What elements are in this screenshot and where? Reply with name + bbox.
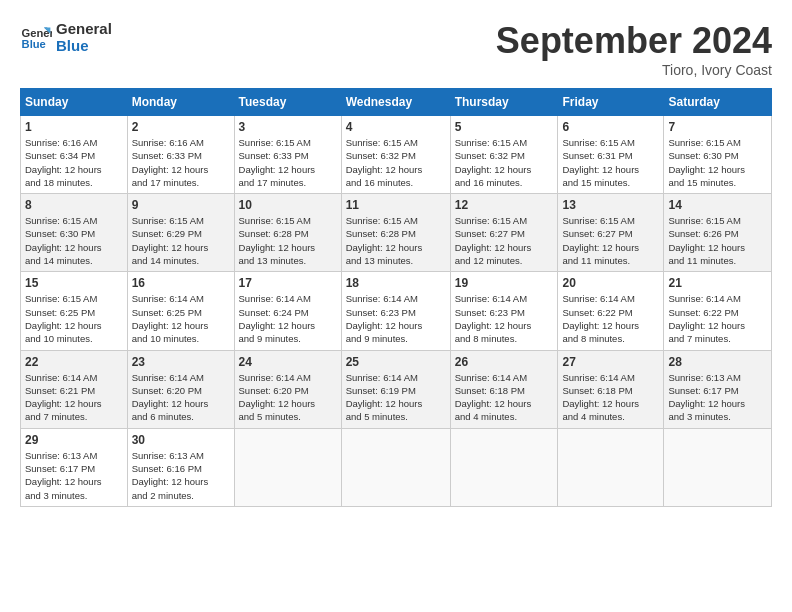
day-info: Sunrise: 6:15 AMSunset: 6:27 PMDaylight:… [455, 214, 554, 267]
calendar-cell [341, 428, 450, 506]
calendar-cell: 5 Sunrise: 6:15 AMSunset: 6:32 PMDayligh… [450, 116, 558, 194]
day-info: Sunrise: 6:14 AMSunset: 6:22 PMDaylight:… [562, 292, 659, 345]
day-number: 8 [25, 198, 123, 212]
day-number: 3 [239, 120, 337, 134]
calendar-cell: 27 Sunrise: 6:14 AMSunset: 6:18 PMDaylig… [558, 350, 664, 428]
calendar-cell: 7 Sunrise: 6:15 AMSunset: 6:30 PMDayligh… [664, 116, 772, 194]
calendar-cell: 17 Sunrise: 6:14 AMSunset: 6:24 PMDaylig… [234, 272, 341, 350]
calendar-cell: 30 Sunrise: 6:13 AMSunset: 6:16 PMDaylig… [127, 428, 234, 506]
calendar-cell: 28 Sunrise: 6:13 AMSunset: 6:17 PMDaylig… [664, 350, 772, 428]
calendar-cell: 8 Sunrise: 6:15 AMSunset: 6:30 PMDayligh… [21, 194, 128, 272]
day-number: 5 [455, 120, 554, 134]
day-info: Sunrise: 6:14 AMSunset: 6:23 PMDaylight:… [455, 292, 554, 345]
col-header-friday: Friday [558, 89, 664, 116]
calendar-cell: 6 Sunrise: 6:15 AMSunset: 6:31 PMDayligh… [558, 116, 664, 194]
day-info: Sunrise: 6:15 AMSunset: 6:33 PMDaylight:… [239, 136, 337, 189]
calendar-cell: 19 Sunrise: 6:14 AMSunset: 6:23 PMDaylig… [450, 272, 558, 350]
day-info: Sunrise: 6:14 AMSunset: 6:18 PMDaylight:… [562, 371, 659, 424]
calendar-cell: 26 Sunrise: 6:14 AMSunset: 6:18 PMDaylig… [450, 350, 558, 428]
day-info: Sunrise: 6:14 AMSunset: 6:19 PMDaylight:… [346, 371, 446, 424]
calendar-cell: 11 Sunrise: 6:15 AMSunset: 6:28 PMDaylig… [341, 194, 450, 272]
calendar-cell: 22 Sunrise: 6:14 AMSunset: 6:21 PMDaylig… [21, 350, 128, 428]
logo: General Blue General Blue [20, 20, 112, 54]
day-number: 14 [668, 198, 767, 212]
calendar-cell: 4 Sunrise: 6:15 AMSunset: 6:32 PMDayligh… [341, 116, 450, 194]
week-row-2: 8 Sunrise: 6:15 AMSunset: 6:30 PMDayligh… [21, 194, 772, 272]
day-number: 27 [562, 355, 659, 369]
day-number: 30 [132, 433, 230, 447]
day-info: Sunrise: 6:15 AMSunset: 6:28 PMDaylight:… [346, 214, 446, 267]
day-info: Sunrise: 6:14 AMSunset: 6:20 PMDaylight:… [239, 371, 337, 424]
day-number: 26 [455, 355, 554, 369]
calendar-cell: 25 Sunrise: 6:14 AMSunset: 6:19 PMDaylig… [341, 350, 450, 428]
col-header-monday: Monday [127, 89, 234, 116]
calendar-cell [450, 428, 558, 506]
day-info: Sunrise: 6:15 AMSunset: 6:28 PMDaylight:… [239, 214, 337, 267]
day-info: Sunrise: 6:15 AMSunset: 6:30 PMDaylight:… [25, 214, 123, 267]
calendar-cell: 29 Sunrise: 6:13 AMSunset: 6:17 PMDaylig… [21, 428, 128, 506]
col-header-thursday: Thursday [450, 89, 558, 116]
day-number: 13 [562, 198, 659, 212]
calendar-cell: 13 Sunrise: 6:15 AMSunset: 6:27 PMDaylig… [558, 194, 664, 272]
location: Tioro, Ivory Coast [496, 62, 772, 78]
calendar-cell: 23 Sunrise: 6:14 AMSunset: 6:20 PMDaylig… [127, 350, 234, 428]
calendar-cell: 3 Sunrise: 6:15 AMSunset: 6:33 PMDayligh… [234, 116, 341, 194]
day-info: Sunrise: 6:15 AMSunset: 6:32 PMDaylight:… [455, 136, 554, 189]
day-info: Sunrise: 6:13 AMSunset: 6:17 PMDaylight:… [25, 449, 123, 502]
day-info: Sunrise: 6:15 AMSunset: 6:26 PMDaylight:… [668, 214, 767, 267]
calendar-cell: 24 Sunrise: 6:14 AMSunset: 6:20 PMDaylig… [234, 350, 341, 428]
calendar-cell: 10 Sunrise: 6:15 AMSunset: 6:28 PMDaylig… [234, 194, 341, 272]
calendar-cell: 2 Sunrise: 6:16 AMSunset: 6:33 PMDayligh… [127, 116, 234, 194]
calendar-cell: 20 Sunrise: 6:14 AMSunset: 6:22 PMDaylig… [558, 272, 664, 350]
day-info: Sunrise: 6:15 AMSunset: 6:32 PMDaylight:… [346, 136, 446, 189]
calendar-cell: 9 Sunrise: 6:15 AMSunset: 6:29 PMDayligh… [127, 194, 234, 272]
page-header: General Blue General Blue September 2024… [20, 20, 772, 78]
calendar-cell [234, 428, 341, 506]
day-number: 18 [346, 276, 446, 290]
calendar-header-row: SundayMondayTuesdayWednesdayThursdayFrid… [21, 89, 772, 116]
day-number: 24 [239, 355, 337, 369]
day-number: 28 [668, 355, 767, 369]
day-info: Sunrise: 6:14 AMSunset: 6:21 PMDaylight:… [25, 371, 123, 424]
day-number: 15 [25, 276, 123, 290]
day-number: 19 [455, 276, 554, 290]
day-info: Sunrise: 6:15 AMSunset: 6:25 PMDaylight:… [25, 292, 123, 345]
day-number: 10 [239, 198, 337, 212]
day-number: 4 [346, 120, 446, 134]
day-number: 16 [132, 276, 230, 290]
day-number: 21 [668, 276, 767, 290]
day-info: Sunrise: 6:13 AMSunset: 6:17 PMDaylight:… [668, 371, 767, 424]
day-number: 23 [132, 355, 230, 369]
svg-text:Blue: Blue [22, 38, 46, 50]
col-header-wednesday: Wednesday [341, 89, 450, 116]
col-header-sunday: Sunday [21, 89, 128, 116]
day-number: 29 [25, 433, 123, 447]
day-number: 9 [132, 198, 230, 212]
calendar-table: SundayMondayTuesdayWednesdayThursdayFrid… [20, 88, 772, 507]
calendar-cell: 21 Sunrise: 6:14 AMSunset: 6:22 PMDaylig… [664, 272, 772, 350]
col-header-saturday: Saturday [664, 89, 772, 116]
calendar-cell: 15 Sunrise: 6:15 AMSunset: 6:25 PMDaylig… [21, 272, 128, 350]
calendar-cell: 16 Sunrise: 6:14 AMSunset: 6:25 PMDaylig… [127, 272, 234, 350]
calendar-cell: 12 Sunrise: 6:15 AMSunset: 6:27 PMDaylig… [450, 194, 558, 272]
day-number: 25 [346, 355, 446, 369]
day-number: 11 [346, 198, 446, 212]
day-number: 6 [562, 120, 659, 134]
day-number: 20 [562, 276, 659, 290]
calendar-cell [558, 428, 664, 506]
day-info: Sunrise: 6:15 AMSunset: 6:27 PMDaylight:… [562, 214, 659, 267]
month-title: September 2024 [496, 20, 772, 62]
title-area: September 2024 Tioro, Ivory Coast [496, 20, 772, 78]
week-row-1: 1 Sunrise: 6:16 AMSunset: 6:34 PMDayligh… [21, 116, 772, 194]
day-info: Sunrise: 6:14 AMSunset: 6:25 PMDaylight:… [132, 292, 230, 345]
day-number: 7 [668, 120, 767, 134]
day-number: 17 [239, 276, 337, 290]
day-info: Sunrise: 6:16 AMSunset: 6:34 PMDaylight:… [25, 136, 123, 189]
day-info: Sunrise: 6:15 AMSunset: 6:29 PMDaylight:… [132, 214, 230, 267]
day-info: Sunrise: 6:14 AMSunset: 6:24 PMDaylight:… [239, 292, 337, 345]
logo-general: General [56, 20, 112, 37]
calendar-cell: 18 Sunrise: 6:14 AMSunset: 6:23 PMDaylig… [341, 272, 450, 350]
day-info: Sunrise: 6:14 AMSunset: 6:18 PMDaylight:… [455, 371, 554, 424]
day-number: 12 [455, 198, 554, 212]
day-info: Sunrise: 6:14 AMSunset: 6:22 PMDaylight:… [668, 292, 767, 345]
